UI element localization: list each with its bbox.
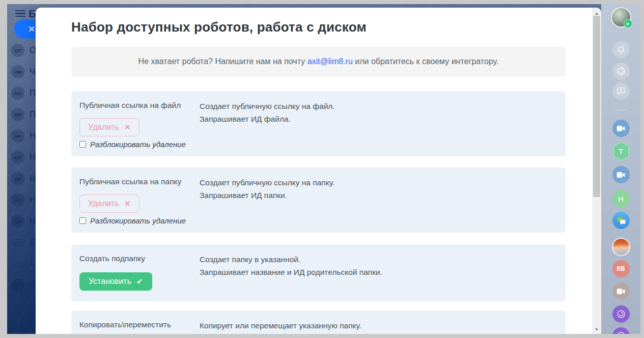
- sidebar-item[interactable]: ПП П: [7, 104, 36, 125]
- close-icon: ✕: [28, 24, 35, 35]
- page-title: Набор доступных роботов, работа с диском: [71, 19, 566, 35]
- robot-name: Создать подпапку: [79, 252, 193, 264]
- avatar-photo: [612, 238, 630, 256]
- unlock-delete-checkbox[interactable]: [79, 141, 86, 148]
- chat-transfer-icon[interactable]: [612, 82, 630, 100]
- sidebar-item[interactable]: ПС П: [7, 82, 36, 104]
- video-app-icon[interactable]: [612, 120, 630, 137]
- id-card-icon: [11, 236, 24, 249]
- right-sidebar: T H КВ: [601, 4, 640, 334]
- unlock-delete-checkbox[interactable]: [79, 217, 86, 224]
- robot-description-line: Создает публичную ссылку на папку.: [200, 176, 557, 189]
- modal-scrollbar[interactable]: ▲ ▼: [592, 8, 601, 334]
- notifications-bell-icon[interactable]: [612, 41, 630, 59]
- unlock-delete-label[interactable]: Разблокировать удаление: [90, 140, 186, 149]
- video-app-icon[interactable]: [612, 166, 630, 183]
- item-badge: ПС: [11, 87, 24, 100]
- unlock-delete-label[interactable]: Разблокировать удаление: [90, 216, 186, 225]
- sidebar-item[interactable]: ОТ О: [7, 40, 36, 61]
- rail-divider: [614, 110, 628, 110]
- sidebar-menu: ОТ О ЧМ Ч ПС П ПП П НР Н: [7, 40, 36, 330]
- inactive-video-app-icon[interactable]: [612, 283, 630, 300]
- robot-card-public-file-link: Публичная ссылка на файл Удалить✕ Разбло…: [71, 91, 566, 156]
- scroll-down-arrow[interactable]: ▼: [592, 326, 601, 333]
- remove-button[interactable]: Удалить✕: [79, 118, 139, 136]
- robot-name: Публичная ссылка на файл: [79, 99, 193, 111]
- remove-button[interactable]: Удалить✕: [79, 194, 139, 213]
- robot-icon: [11, 258, 24, 271]
- contact-avatar[interactable]: [612, 238, 630, 256]
- item-badge: НР: [11, 172, 24, 185]
- scrollbar-thumb[interactable]: [593, 16, 600, 197]
- user-avatar[interactable]: [611, 7, 631, 27]
- play-status-badge: [624, 19, 632, 28]
- item-badge: В: [11, 279, 24, 292]
- robot-description-line: Запрашивает ИД папки.: [200, 189, 557, 202]
- left-sidebar: Б ОТ О ЧМ Ч ПС П ПП П: [7, 4, 36, 334]
- purple-spiral-app-icon[interactable]: [612, 305, 630, 323]
- item-badge: НР: [11, 129, 24, 143]
- robot-description-line: Запрашивает название и ИД родительской п…: [200, 266, 557, 278]
- bitrix-app-background: Б ОТ О ЧМ Ч ПС П ПП П: [7, 4, 640, 334]
- install-button[interactable]: Установить✔: [79, 272, 152, 291]
- banner-text-before: Не хватает робота? Напишите нам на почту: [138, 57, 307, 66]
- sidebar-item[interactable]: С: [7, 232, 36, 254]
- modal-content: Набор доступных роботов, работа с диском…: [36, 8, 592, 334]
- sidebar-item[interactable]: НР Н: [7, 147, 36, 168]
- check-icon: ✔: [136, 277, 143, 286]
- robot-description-line: Копирует или перемещает указанную папку.: [200, 319, 557, 332]
- hexagon-t-app-icon[interactable]: T: [612, 141, 630, 161]
- robot-card-create-subfolder: Создать подпапку Установить✔ Создает пап…: [71, 244, 566, 301]
- sidebar-item[interactable]: НР Н: [7, 168, 36, 189]
- robot-description-line: Запрашивает ИД файла.: [200, 112, 557, 125]
- avatar-photo: [611, 7, 631, 27]
- item-badge: ОТ: [11, 44, 24, 57]
- pulse-spiral-icon[interactable]: [612, 63, 630, 80]
- robot-card-public-folder-link: Публичная ссылка на папку Удалить✕ Разбл…: [71, 167, 566, 233]
- email-link[interactable]: axit@lim8.ru: [307, 57, 353, 66]
- kv-contact-icon[interactable]: КВ: [612, 260, 630, 277]
- close-slider-button[interactable]: ✕: [14, 19, 36, 39]
- gear-icon: [11, 313, 24, 326]
- robots-modal: Набор доступных роботов, работа с диском…: [36, 8, 601, 334]
- sidebar-item[interactable]: ЧМ Ч: [7, 61, 36, 82]
- robot-description-line: Создает публичную ссылку на файл.: [200, 100, 557, 112]
- item-badge: НР: [11, 215, 24, 228]
- item-badge: ПП: [11, 108, 24, 121]
- item-badge: НР: [11, 151, 24, 164]
- contact-banner: Не хватает робота? Напишите нам на почту…: [71, 47, 566, 76]
- robot-description-line: Создает папку в указанной.: [200, 253, 557, 266]
- sidebar-item[interactable]: А: [7, 254, 36, 275]
- sidebar-item[interactable]: В В: [7, 275, 36, 296]
- sidebar-item[interactable]: НР Н: [7, 211, 36, 232]
- sidebar-item[interactable]: НР Н: [7, 189, 36, 211]
- x-icon: ✕: [124, 199, 131, 208]
- robot-description-line: Запрашивает ИД папки назначения: [200, 332, 557, 334]
- hexagon-letter: T: [612, 141, 630, 161]
- h-app-icon[interactable]: H: [612, 190, 630, 207]
- robot-name: Копировать\переместить папку: [79, 318, 193, 334]
- sidebar-item[interactable]: НР Н: [7, 125, 36, 147]
- window-frame: Б ОТ О ЧМ Ч ПС П ПП П: [0, 0, 644, 338]
- banner-text-after: или обратитесь к своему интегратору.: [353, 57, 499, 66]
- brand-letter: Б: [29, 8, 36, 20]
- x-icon: ✕: [124, 123, 131, 132]
- sidebar-item-settings[interactable]: Н: [7, 309, 36, 330]
- purple-spiral-app-icon[interactable]: [612, 327, 630, 334]
- robot-card-copy-move-folder: Копировать\переместить папку Копирует ил…: [71, 311, 566, 334]
- hamburger-menu-icon[interactable]: [15, 10, 25, 17]
- messenger-app-icon[interactable]: [612, 212, 630, 229]
- item-badge: НР: [11, 193, 24, 207]
- item-badge: ЧМ: [11, 65, 24, 78]
- robot-name: Публичная ссылка на папку: [79, 175, 193, 187]
